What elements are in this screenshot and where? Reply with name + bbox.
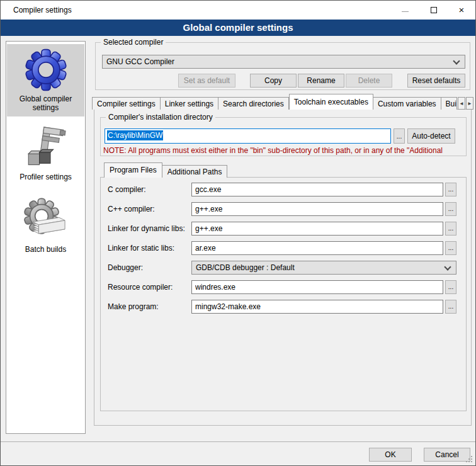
ok-button[interactable]: OK <box>369 448 412 462</box>
sidebar-item-label: Profiler settings <box>7 171 84 184</box>
subtab-additional-paths[interactable]: Additional Paths <box>162 165 228 178</box>
c-compiler-label: C compiler: <box>108 183 146 196</box>
sidebar-item-global-compiler-settings[interactable]: Global compiler settings <box>7 44 84 116</box>
cpp-compiler-browse-button[interactable]: ... <box>445 202 456 216</box>
window-title: Compiler settings <box>13 1 72 20</box>
dynamic-linker-browse-button[interactable]: ... <box>445 222 456 236</box>
installation-directory-group-label: Compiler's installation directory <box>106 113 215 122</box>
tab-toolchain-executables[interactable]: Toolchain executables <box>289 94 373 110</box>
make-program-input[interactable] <box>191 300 443 314</box>
tab-build-options[interactable]: Build <box>441 97 457 110</box>
resource-compiler-label: Resource compiler: <box>108 280 173 294</box>
install-dir-input[interactable]: C:\raylib\MinGW <box>105 128 391 144</box>
gear-blue-icon <box>23 47 69 93</box>
selected-compiler-group-label: Selected compiler <box>101 38 166 47</box>
cancel-button[interactable]: Cancel <box>424 448 470 462</box>
subtab-program-files[interactable]: Program Files <box>104 162 162 178</box>
resize-grip[interactable] <box>471 461 472 462</box>
static-linker-input[interactable] <box>191 241 443 255</box>
install-dir-selected-text: C:\raylib\MinGW <box>107 130 163 140</box>
compiler-settings-dialog: Compiler settings × Global compiler sett… <box>0 0 476 466</box>
gear-stack-icon <box>23 197 69 244</box>
maximize-button[interactable] <box>421 1 446 20</box>
tab-search-directories[interactable]: Search directories <box>218 97 289 110</box>
debugger-select[interactable]: GDB/CDB debugger : Default <box>191 261 456 275</box>
reset-defaults-button[interactable]: Reset defaults <box>407 74 465 88</box>
minimize-icon <box>402 11 409 12</box>
selected-compiler-combobox[interactable]: GNU GCC Compiler <box>102 55 465 69</box>
sidebar-item-batch-builds[interactable]: Batch builds <box>7 195 84 264</box>
cpp-compiler-input[interactable] <box>191 202 443 216</box>
c-compiler-input[interactable] <box>191 183 443 196</box>
footer-divider <box>1 441 476 442</box>
program-files-tabstrip: Program Files Additional Paths <box>104 162 227 178</box>
tab-custom-variables[interactable]: Custom variables <box>373 97 441 110</box>
dialog-header: Global compiler settings <box>1 20 475 36</box>
c-compiler-browse-button[interactable]: ... <box>445 183 456 196</box>
static-linker-browse-button[interactable]: ... <box>445 241 456 255</box>
close-button[interactable]: × <box>449 1 474 20</box>
selected-compiler-value: GNU GCC Compiler <box>106 55 174 68</box>
chevron-down-icon <box>444 263 451 270</box>
make-program-label: Make program: <box>108 300 159 314</box>
dialog-header-title: Global compiler settings <box>183 22 293 33</box>
close-icon: × <box>459 4 465 15</box>
tab-scroll-right-button[interactable]: ► <box>466 97 473 110</box>
dynamic-linker-label: Linker for dynamic libs: <box>108 222 185 236</box>
maximize-icon <box>431 7 437 13</box>
sidebar: Global compiler settings Profiler <box>6 41 86 434</box>
static-linker-label: Linker for static libs: <box>108 241 174 255</box>
sidebar-item-label: Batch builds <box>7 244 84 256</box>
selected-compiler-group: Selected compiler GNU GCC Compiler Set a… <box>95 42 470 90</box>
copy-button[interactable]: Copy <box>250 74 297 88</box>
resource-compiler-input[interactable] <box>191 280 443 294</box>
titlebar: Compiler settings × <box>1 1 475 20</box>
bin-subdirectory-note: NOTE: All programs must exist either in … <box>103 146 467 155</box>
arrow-right-icon: ► <box>467 101 472 106</box>
chevron-down-icon <box>453 57 460 64</box>
install-dir-browse-button[interactable]: ... <box>394 128 405 144</box>
debugger-label: Debugger: <box>108 261 143 275</box>
set-as-default-button[interactable]: Set as default <box>178 74 235 88</box>
delete-button[interactable]: Delete <box>346 74 392 88</box>
sidebar-item-profiler-settings[interactable]: Profiler settings <box>7 122 84 187</box>
auto-detect-button[interactable]: Auto-detect <box>407 128 455 144</box>
minimize-button[interactable] <box>392 1 417 20</box>
settings-tabstrip: Compiler settings Linker settings Search… <box>92 94 473 110</box>
tab-compiler-settings[interactable]: Compiler settings <box>92 97 161 110</box>
make-program-browse-button[interactable]: ... <box>445 300 456 314</box>
resource-compiler-browse-button[interactable]: ... <box>445 280 456 294</box>
caliper-icon <box>23 125 69 171</box>
dynamic-linker-input[interactable] <box>191 222 443 236</box>
cpp-compiler-label: C++ compiler: <box>108 202 155 216</box>
tab-scroll-left-button[interactable]: ◄ <box>458 97 465 110</box>
sidebar-item-label: Global compiler settings <box>7 93 84 115</box>
debugger-value: GDB/CDB debugger : Default <box>196 261 295 274</box>
rename-button[interactable]: Rename <box>298 74 344 88</box>
tab-linker-settings[interactable]: Linker settings <box>161 97 218 110</box>
arrow-left-icon: ◄ <box>459 101 464 106</box>
